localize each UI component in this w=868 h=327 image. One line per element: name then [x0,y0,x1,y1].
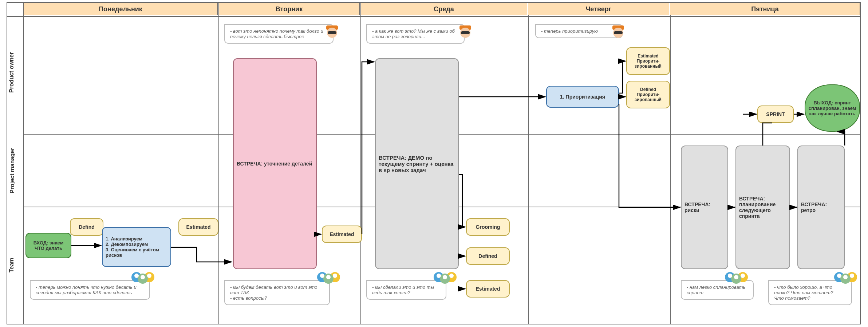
svg-point-32 [734,275,738,279]
exit-block: ВЫХОД: спринт спланирован, знаем как луч… [805,84,860,132]
svg-point-21 [437,274,441,278]
meeting-detail-block: ВСТРЕЧА: уточнение деталей [233,58,317,269]
svg-point-13 [333,274,337,278]
estimated3-tag: Estimated [466,280,510,298]
svg-point-12 [320,274,324,278]
day-header-fri: Пятница [670,3,860,15]
svg-point-31 [741,274,745,278]
defined3-tag: Defined [466,247,510,265]
meeting-demo-block: ВСТРЕЧА: ДЕМО по текущему спринту + оцен… [375,58,459,269]
day-header-wed: Среда [360,3,527,15]
entry-block: ВХОД: знаем ЧТО делать [25,233,71,258]
team-icon [317,269,342,285]
svg-point-36 [837,274,841,278]
svg-rect-8 [328,31,336,34]
svg-rect-17 [461,31,470,34]
po-icon [610,24,626,40]
priority-block: 1. Приоритизация [546,86,619,108]
po-icon [324,24,340,40]
comment-po-tue: - вот это непонятно почему так долго и п… [224,24,334,44]
svg-point-22 [449,274,454,278]
sprint-tag: SPRINT [757,105,794,123]
svg-point-14 [326,275,331,279]
day-header-tue: Вторник [218,3,360,15]
meeting-planning-block: ВСТРЕЧА: планирование следующего спринта [735,145,790,269]
svg-point-37 [850,274,854,278]
team-icon [725,269,750,285]
est-prio-tag: Estimated Приорити-зированный [626,47,670,75]
grooming-tag: Grooming [466,218,510,236]
meeting-retro-block: ВСТРЕЧА: ретро [797,145,845,269]
defind-tag: Defind [70,218,103,236]
team-icon [131,269,157,285]
svg-point-3 [134,274,139,278]
team-icon [834,269,859,285]
po-icon [457,24,473,40]
def-prio-tag: Defined Приорити-зированный [626,81,670,108]
day-header-mon: Понедельник [23,3,218,15]
svg-rect-26 [614,31,623,34]
estimated1-tag: Estimated [178,218,218,236]
analyze-block: 1. Анализируем 2. Декомпозируем 3. Оцени… [102,227,171,267]
team-icon [433,269,459,285]
svg-point-23 [443,275,447,279]
comment-team-tue: - мы будем делать вот это и вот это вот … [224,280,330,305]
diagram-root: Product owner Project manager Team Понед… [0,0,868,327]
svg-point-4 [147,274,151,278]
day-header-thu: Четверг [528,3,669,15]
meeting-risks-block: ВСТРЕЧА: риски [681,145,728,269]
svg-point-5 [141,275,145,279]
svg-point-30 [728,274,732,278]
comment-po-thu: - теперь приоритизирую [535,24,623,38]
comment-po-wed: - а как же вот это? Мы же с вами об этом… [366,24,465,44]
svg-point-38 [843,275,848,279]
estimated2-tag: Estimated [322,226,362,243]
